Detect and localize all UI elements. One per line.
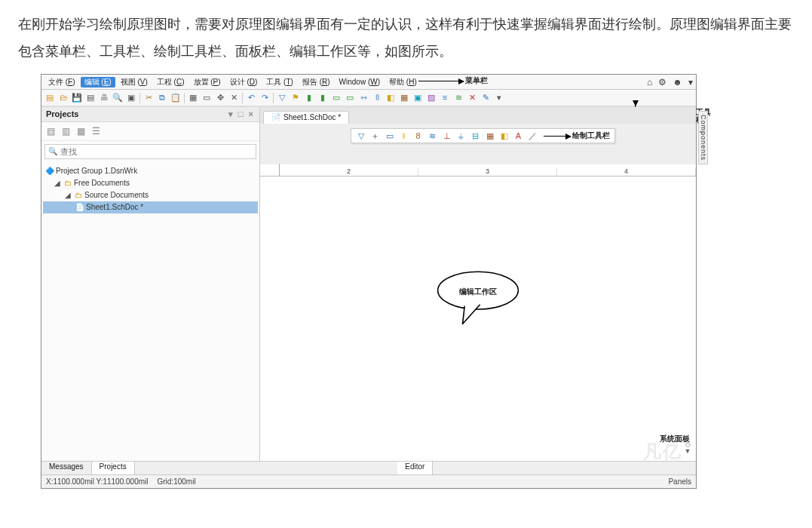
nav-down-icon[interactable]: ▼: [685, 448, 691, 455]
align-bottom-icon[interactable]: ▭: [344, 91, 357, 104]
sheet-symbol-icon[interactable]: ▦: [484, 130, 496, 142]
drop-icon[interactable]: ▾: [493, 91, 506, 104]
component-icon[interactable]: ◧: [385, 91, 397, 104]
copy-icon[interactable]: ⧉: [156, 91, 169, 104]
document-tab-sheet1[interactable]: 📄 Sheet1.SchDoc *: [263, 111, 349, 124]
polyline-icon[interactable]: ／: [527, 130, 539, 142]
menu-tools[interactable]: 工具 (T): [262, 77, 297, 87]
menu-help[interactable]: 帮助 (H): [385, 77, 421, 87]
panel-controls[interactable]: ▾ □ ×: [228, 110, 255, 118]
save-icon[interactable]: 💾: [71, 91, 84, 104]
dropdown-icon[interactable]: ▾: [688, 78, 693, 87]
panel-tb-btn1[interactable]: ▤: [44, 125, 57, 137]
select-icon[interactable]: ▭: [201, 91, 213, 104]
annotate-icon[interactable]: ⚑: [290, 91, 302, 104]
tree-free-documents[interactable]: ◢ 🗀 Free Documents: [43, 177, 258, 189]
filter-icon[interactable]: ▽: [276, 91, 289, 104]
netlabel-icon[interactable]: ≡: [439, 91, 452, 104]
menu-place[interactable]: 放置 (P): [190, 77, 225, 87]
noerc-icon[interactable]: ✕: [466, 91, 479, 104]
menu-file[interactable]: 文件 (F): [44, 77, 79, 87]
label-icon[interactable]: ⊟: [470, 130, 482, 142]
ground-icon[interactable]: ⏚: [455, 130, 467, 142]
menu-view[interactable]: 视图 (V): [117, 77, 152, 87]
dist-v-icon[interactable]: ⇳: [371, 91, 384, 104]
tree-root[interactable]: 🔷 Project Group 1.DsnWrk: [43, 165, 258, 177]
menu-bar: 文件 (F) 编辑 (E) 视图 (V) 工程 (C) 放置 (P) 设计 (D…: [41, 75, 696, 90]
tree-sheet-doc[interactable]: 📄 Sheet1.SchDoc *: [43, 201, 258, 213]
tree-source-documents[interactable]: ◢ 🗀 Source Documents: [43, 189, 258, 201]
projects-tree: 🔷 Project Group 1.DsnWrk ◢ 🗀 Free Docume…: [41, 162, 259, 215]
open-icon[interactable]: 🗁: [57, 91, 70, 104]
schematic-canvas[interactable]: 编辑工作区 系统面板 ▲ ◇ ▼: [260, 177, 696, 461]
menu-report[interactable]: 报告 (R): [299, 77, 334, 87]
redo-icon[interactable]: ↷: [259, 91, 271, 104]
plus-icon[interactable]: ＋: [369, 130, 381, 142]
app-screenshot-frame: 文件 (F) 编辑 (E) 视图 (V) 工程 (C) 放置 (P) 设计 (D…: [41, 74, 697, 489]
preview-icon[interactable]: 🔍: [112, 91, 124, 104]
folder-icon: 🗀: [73, 192, 83, 199]
align-left-icon[interactable]: ▮: [303, 91, 316, 104]
align-right-icon[interactable]: ▮: [317, 91, 329, 104]
move-icon[interactable]: ✥: [214, 91, 227, 104]
deselect-icon[interactable]: ✕: [228, 91, 241, 104]
menu-window[interactable]: Window (W): [336, 77, 384, 87]
saveall-icon[interactable]: ▤: [84, 91, 97, 104]
bracket-icon[interactable]: ⦀: [398, 130, 410, 142]
rubberstamp-icon[interactable]: ▦: [187, 91, 200, 104]
cut-icon[interactable]: ✂: [142, 91, 155, 104]
panel-tb-btn3[interactable]: ▦: [75, 125, 87, 137]
user-icon[interactable]: ☻: [673, 78, 682, 87]
align-top-icon[interactable]: ▭: [330, 91, 343, 104]
bottom-tab-bar: Messages Projects Editor: [41, 461, 696, 474]
horizontal-ruler: 2 3 4: [260, 164, 696, 177]
port2-icon[interactable]: ◧: [498, 130, 510, 142]
bus-icon[interactable]: ≋: [452, 91, 465, 104]
menu-design[interactable]: 设计 (D): [226, 77, 262, 87]
panel-tb-btn4[interactable]: ☰: [90, 125, 102, 137]
components-side-tab[interactable]: Components: [698, 111, 708, 164]
gear-icon[interactable]: ⚙: [658, 78, 666, 87]
intro-paragraph: 在刚开始学习绘制原理图时，需要对原理图编辑界面有一定的认识，这样有利于快速掌握编…: [0, 0, 812, 69]
netwire-icon[interactable]: ≋: [427, 130, 439, 142]
status-pos: X:1100.000mil Y:11100.000mil: [46, 478, 148, 486]
dist-h-icon[interactable]: ⇿: [357, 91, 370, 104]
harness-icon[interactable]: ▨: [425, 91, 438, 104]
canvas-nav[interactable]: ▲ ◇ ▼: [681, 429, 694, 459]
edit-area-bubble: 编辑工作区: [421, 267, 535, 327]
sheet-icon[interactable]: ▦: [398, 91, 411, 104]
projects-search[interactable]: 🔍: [44, 144, 256, 159]
project-group-icon: 🔷: [44, 167, 54, 175]
panels-button[interactable]: Panels: [668, 478, 691, 486]
tab-projects[interactable]: Projects: [92, 462, 135, 474]
expander-icon[interactable]: ◢: [64, 192, 72, 199]
filterbar-icon[interactable]: ▽: [355, 130, 367, 142]
zoomfit-icon[interactable]: ▣: [125, 91, 138, 104]
panel-tb-btn2[interactable]: ▥: [60, 125, 72, 137]
tab-editor[interactable]: Editor: [397, 462, 433, 474]
status-grid: Grid:100mil: [157, 478, 195, 486]
menu-edit[interactable]: 编辑 (E): [81, 77, 115, 87]
undo-icon[interactable]: ↶: [245, 91, 258, 104]
standard-toolbar: ▤ 🗁 💾 ▤ 🖶 🔍 ▣ ✂ ⧉ 📋 ▦ ▭ ✥ ✕ ↶ ↷ ▽ ⚑ ▮ ▮ …: [41, 90, 696, 106]
home-icon[interactable]: ⌂: [647, 78, 652, 87]
editor-area: 📄 Sheet1.SchDoc * ▽ ＋ ▭ ⦀ 8 ≋ ⊥ ⏚ ⊟ ▦ ◧ …: [260, 107, 696, 461]
schdoc-tab-icon: 📄: [271, 114, 280, 121]
drawing-toolbar[interactable]: ▽ ＋ ▭ ⦀ 8 ≋ ⊥ ⏚ ⊟ ▦ ◧ A ／ 绘制工具栏: [351, 128, 615, 143]
wire-icon[interactable]: ✎: [480, 91, 492, 104]
pin-icon[interactable]: 8: [412, 130, 424, 142]
projects-search-input[interactable]: [60, 145, 256, 158]
junction-icon[interactable]: ⊥: [441, 130, 453, 142]
new-icon[interactable]: ▤: [44, 91, 57, 104]
print-icon[interactable]: 🖶: [98, 91, 111, 104]
tab-messages[interactable]: Messages: [41, 462, 92, 474]
port-icon[interactable]: ▣: [412, 91, 424, 104]
menu-project[interactable]: 工程 (C): [153, 77, 188, 87]
status-bar: X:1100.000mil Y:11100.000mil Grid:100mil…: [41, 474, 696, 488]
rect-icon[interactable]: ▭: [384, 130, 396, 142]
expander-icon[interactable]: ◢: [54, 180, 61, 187]
projects-panel-header: Projects ▾ □ ×: [41, 107, 259, 122]
callout-draw-toolbar: 绘制工具栏: [544, 132, 611, 140]
paste-icon[interactable]: 📋: [170, 91, 182, 104]
text-icon[interactable]: A: [513, 130, 525, 142]
